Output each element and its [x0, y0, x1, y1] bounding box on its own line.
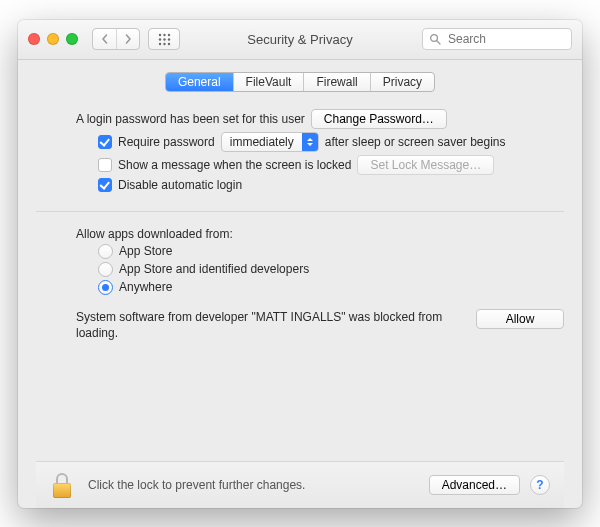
radio-identified-developers[interactable] — [98, 262, 113, 277]
close-window-button[interactable] — [28, 33, 40, 45]
preferences-window: Security & Privacy General FileVault Fir… — [18, 20, 582, 508]
show-lock-message-checkbox[interactable] — [98, 158, 112, 172]
advanced-button[interactable]: Advanced… — [429, 475, 520, 495]
footer-bar: Click the lock to prevent further change… — [36, 461, 564, 508]
require-password-prefix: Require password — [118, 135, 215, 149]
svg-point-0 — [158, 33, 160, 35]
tab-filevault[interactable]: FileVault — [233, 73, 304, 91]
window-toolbar: Security & Privacy — [18, 20, 582, 60]
lock-body-icon — [53, 483, 71, 498]
show-lock-message-label: Show a message when the screen is locked — [118, 158, 351, 172]
search-icon — [429, 33, 441, 45]
popup-arrows-icon — [302, 133, 318, 151]
require-password-suffix: after sleep or screen saver begins — [325, 135, 506, 149]
search-input[interactable] — [446, 31, 565, 47]
tab-general[interactable]: General — [166, 73, 233, 91]
radio-anywhere[interactable] — [98, 280, 113, 295]
require-password-checkbox[interactable] — [98, 135, 112, 149]
tab-privacy[interactable]: Privacy — [370, 73, 434, 91]
forward-button[interactable] — [116, 29, 139, 49]
minimize-window-button[interactable] — [47, 33, 59, 45]
content-pane: General FileVault Firewall Privacy A log… — [18, 60, 582, 508]
svg-point-4 — [163, 38, 165, 40]
chevron-left-icon — [100, 34, 110, 44]
svg-point-8 — [167, 42, 169, 44]
downloads-heading: Allow apps downloaded from: — [76, 227, 233, 241]
svg-point-3 — [158, 38, 160, 40]
disable-auto-login-checkbox[interactable] — [98, 178, 112, 192]
search-field[interactable] — [422, 28, 572, 50]
login-section: A login password has been set for this u… — [36, 106, 564, 195]
section-divider — [36, 211, 564, 212]
allow-blocked-button[interactable]: Allow — [476, 309, 564, 329]
change-password-button[interactable]: Change Password… — [311, 109, 447, 129]
disable-auto-login-label: Disable automatic login — [118, 178, 242, 192]
help-button[interactable]: ? — [530, 475, 550, 495]
login-password-set-label: A login password has been set for this u… — [76, 112, 305, 126]
svg-point-6 — [158, 42, 160, 44]
grid-icon — [158, 33, 171, 46]
blocked-software-message: System software from developer "MATT ING… — [76, 309, 462, 341]
window-controls — [28, 33, 78, 45]
radio-app-store-label: App Store — [119, 244, 172, 258]
svg-point-5 — [167, 38, 169, 40]
back-button[interactable] — [93, 29, 116, 49]
tab-firewall[interactable]: Firewall — [303, 73, 369, 91]
svg-point-1 — [163, 33, 165, 35]
radio-identified-developers-label: App Store and identified developers — [119, 262, 309, 276]
require-password-delay-value: immediately — [230, 135, 294, 149]
svg-line-10 — [437, 41, 440, 44]
require-password-delay-popup[interactable]: immediately — [221, 132, 319, 152]
downloads-section: Allow apps downloaded from: App Store Ap… — [36, 224, 564, 341]
svg-point-2 — [167, 33, 169, 35]
set-lock-message-button: Set Lock Message… — [357, 155, 494, 175]
tab-bar: General FileVault Firewall Privacy — [165, 72, 435, 92]
nav-back-forward — [92, 28, 140, 50]
lock-instruction-label: Click the lock to prevent further change… — [88, 478, 305, 492]
radio-anywhere-label: Anywhere — [119, 280, 172, 294]
zoom-window-button[interactable] — [66, 33, 78, 45]
lock-button[interactable] — [50, 470, 78, 500]
svg-point-7 — [163, 42, 165, 44]
chevron-right-icon — [123, 34, 133, 44]
radio-app-store[interactable] — [98, 244, 113, 259]
show-all-button[interactable] — [148, 28, 180, 50]
